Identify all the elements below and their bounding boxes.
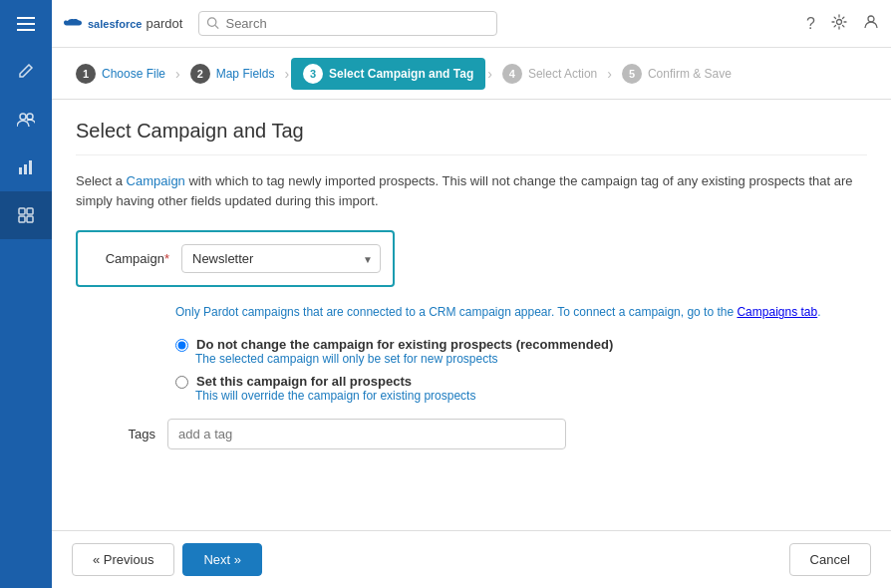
svg-rect-7 [29,160,32,174]
page-title: Select Campaign and Tag [76,120,867,155]
next-button[interactable]: Next » [182,543,262,576]
search-input[interactable] [225,16,488,31]
step-3-label: Select Campaign and Tag [329,67,473,81]
sidebar-icon-campaigns[interactable] [0,191,52,239]
hamburger-menu[interactable] [0,0,52,48]
svg-rect-10 [19,216,25,222]
radio-2-sub: This will override the campaign for exis… [195,389,867,403]
tags-input[interactable] [167,419,566,449]
salesforce-cloud-icon [64,17,84,31]
search-icon [207,17,219,30]
step-4-select-action[interactable]: 4 Select Action [494,48,605,99]
svg-rect-9 [27,208,33,214]
topbar: salesforce pardot ? [52,0,891,48]
pardot-label: pardot [146,16,182,31]
description-static: Select a [76,173,127,188]
step-3-select-campaign[interactable]: 3 Select Campaign and Tag [291,58,485,90]
radio-option-2-label[interactable]: Set this campaign for all prospects [175,374,867,389]
campaign-row: Campaign* Newsletter Option 2 Option 3 [76,230,395,287]
step-2-label: Map Fields [216,67,275,81]
step-arrow-1: › [173,66,182,82]
step-arrow-3: › [485,66,494,82]
svg-point-15 [868,16,874,22]
cancel-button[interactable]: Cancel [789,543,871,576]
svg-point-12 [208,18,216,26]
step-arrow-4: › [605,66,614,82]
step-5-badge: 5 [622,64,642,84]
logo: salesforce pardot [64,16,182,31]
radio-2-title: Set this campaign for all prospects [196,374,412,389]
svg-point-4 [27,114,33,120]
wizard-steps: 1 Choose File › 2 Map Fields › 3 Select … [52,48,891,100]
svg-rect-0 [17,17,35,19]
radio-do-not-change[interactable] [175,339,188,352]
svg-rect-6 [24,164,27,174]
previous-button[interactable]: « Previous [72,543,174,576]
campaign-select[interactable]: Newsletter Option 2 Option 3 [181,244,381,273]
svg-rect-2 [17,29,35,31]
search-bar[interactable] [198,11,497,36]
tags-row: Tags [76,419,867,449]
main-content: salesforce pardot ? 1 Choose File › [52,0,891,588]
campaign-link[interactable]: Campaign [127,173,185,188]
step-2-badge: 2 [190,64,210,84]
step-5-label: Confirm & Save [648,67,732,81]
sidebar-icon-reports[interactable] [0,144,52,191]
content-area: Select Campaign and Tag Select a Campaig… [52,100,891,530]
svg-point-14 [837,19,842,24]
campaign-field-wrapper: Campaign* Newsletter Option 2 Option 3 [76,230,867,295]
settings-icon[interactable] [831,14,847,34]
radio-option-1-label[interactable]: Do not change the campaign for existing … [175,337,867,352]
description-static-2: with which to tag newly imported prospec… [76,173,853,208]
step-1-label: Choose File [102,67,165,81]
svg-rect-5 [19,167,22,174]
topbar-actions: ? [806,14,879,34]
campaigns-tab-link[interactable]: Campaigns tab [737,305,817,319]
svg-rect-1 [17,23,35,25]
step-3-badge: 3 [303,64,323,84]
help-icon[interactable]: ? [806,15,815,33]
user-icon[interactable] [863,14,879,34]
radio-1-title: Do not change the campaign for existing … [196,337,613,352]
radio-option-2: Set this campaign for all prospects This… [175,374,867,403]
svg-rect-8 [19,208,25,214]
description-text: Select a Campaign with which to tag newl… [76,171,867,210]
step-arrow-2: › [282,66,291,82]
salesforce-label: salesforce [88,18,142,30]
step-4-label: Select Action [528,67,597,81]
step-5-confirm-save[interactable]: 5 Confirm & Save [614,48,740,99]
tags-label: Tags [76,427,155,441]
footer: « Previous Next » Cancel [52,530,891,588]
radio-group: Do not change the campaign for existing … [175,337,867,403]
radio-1-sub: The selected campaign will only be set f… [195,352,867,366]
campaign-select-wrapper: Newsletter Option 2 Option 3 [181,244,381,273]
radio-option-1: Do not change the campaign for existing … [175,337,867,366]
step-3-wrapper: 3 Select Campaign and Tag [291,58,485,90]
campaign-label: Campaign* [90,251,169,266]
radio-set-all[interactable] [175,376,188,389]
svg-point-3 [20,114,26,120]
sidebar-icon-edit[interactable] [0,48,52,96]
campaign-label-text: Campaign [106,251,164,266]
step-1-badge: 1 [76,64,96,84]
required-star: * [164,251,169,266]
step-4-badge: 4 [502,64,522,84]
svg-rect-11 [27,216,33,222]
hint-text: Only Pardot campaigns that are connected… [175,303,867,321]
step-1-choose-file[interactable]: 1 Choose File [68,48,173,99]
step-2-map-fields[interactable]: 2 Map Fields [182,48,283,99]
sidebar-icon-prospects[interactable] [0,96,52,144]
sidebar [0,0,52,588]
svg-line-13 [215,25,218,28]
